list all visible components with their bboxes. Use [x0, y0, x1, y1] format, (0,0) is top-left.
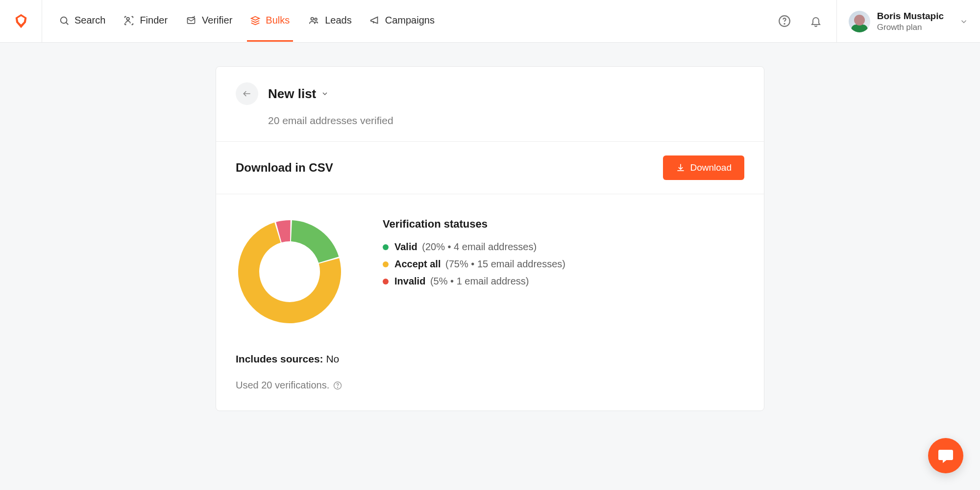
- card-body: Verification statuses Valid (20% • 4 ema…: [216, 194, 764, 411]
- download-button-label: Download: [690, 162, 732, 173]
- includes-value: No: [326, 353, 339, 364]
- svg-point-2: [127, 17, 130, 20]
- download-icon: [676, 163, 686, 173]
- chevron-down-icon: [959, 17, 968, 26]
- statuses-legend: Verification statuses Valid (20% • 4 ema…: [383, 218, 565, 293]
- page: New list 20 email addresses verified Dow…: [0, 43, 980, 411]
- svg-point-4: [311, 17, 314, 20]
- user-name: Boris Mustapic: [877, 11, 944, 22]
- nav-label: Finder: [140, 15, 168, 26]
- back-button[interactable]: [236, 82, 258, 105]
- chat-launcher[interactable]: [928, 438, 963, 473]
- status-detail: (5% • 1 email address): [430, 276, 529, 286]
- svg-point-5: [315, 18, 318, 20]
- status-detail: (20% • 4 email addresses): [422, 241, 537, 252]
- dot-icon: [383, 261, 389, 267]
- status-label: Valid: [394, 241, 417, 252]
- notifications-button[interactable]: [807, 12, 825, 30]
- dot-icon: [383, 244, 389, 250]
- bulk-card: New list 20 email addresses verified Dow…: [216, 66, 764, 411]
- download-section: Download in CSV Download: [216, 142, 764, 194]
- search-icon: [59, 15, 70, 26]
- nav-campaigns[interactable]: Campaigns: [361, 0, 443, 43]
- statuses-heading: Verification statuses: [383, 218, 565, 231]
- status-valid: Valid (20% • 4 email addresses): [383, 241, 565, 253]
- arrow-left-icon: [241, 89, 253, 99]
- finder-icon: [123, 15, 135, 26]
- help-icon: [778, 15, 791, 27]
- leads-icon: [307, 15, 320, 26]
- topbar: Search Finder Verifier Bulks Leads Campa…: [0, 0, 980, 43]
- status-donut-chart: [236, 218, 343, 326]
- list-title-text: New list: [268, 86, 316, 102]
- avatar: [849, 11, 870, 32]
- status-accept-all: Accept all (75% • 15 email addresses): [383, 258, 565, 270]
- download-title: Download in CSV: [236, 161, 333, 175]
- nav-finder[interactable]: Finder: [114, 0, 176, 43]
- chevron-down-icon: [321, 90, 329, 98]
- user-menu[interactable]: Boris Mustapic Growth plan: [836, 0, 980, 43]
- campaigns-icon: [369, 15, 380, 26]
- includes-label: Includes sources:: [236, 353, 323, 364]
- verifier-icon: [185, 16, 197, 26]
- help-button[interactable]: [776, 12, 793, 30]
- svg-point-0: [61, 17, 67, 23]
- nav-verifier[interactable]: Verifier: [176, 0, 241, 43]
- list-title-dropdown[interactable]: New list: [268, 86, 329, 102]
- dot-icon: [383, 279, 389, 284]
- svg-point-10: [338, 387, 338, 387]
- status-label: Accept all: [394, 258, 441, 269]
- svg-line-1: [66, 22, 69, 25]
- used-text: Used 20 verifications.: [236, 380, 329, 391]
- nav-label: Bulks: [266, 15, 290, 26]
- nav-label: Search: [74, 15, 105, 26]
- includes-sources: Includes sources: No: [236, 353, 744, 365]
- user-plan: Growth plan: [877, 23, 944, 32]
- status-detail: (75% • 15 email addresses): [445, 258, 565, 269]
- card-header: New list 20 email addresses verified: [216, 67, 764, 142]
- svg-point-7: [784, 24, 784, 24]
- bulks-icon: [250, 15, 261, 26]
- nav-label: Verifier: [202, 15, 232, 26]
- nav-right: [776, 0, 836, 42]
- used-verifications: Used 20 verifications.: [236, 380, 744, 391]
- download-button[interactable]: Download: [663, 155, 745, 180]
- list-subtitle: 20 email addresses verified: [268, 115, 744, 127]
- nav-label: Leads: [325, 15, 352, 26]
- nav-label: Campaigns: [385, 15, 435, 26]
- logo[interactable]: [0, 0, 42, 42]
- nav-leads[interactable]: Leads: [298, 0, 361, 43]
- status-label: Invalid: [394, 276, 425, 286]
- nav-bulks[interactable]: Bulks: [241, 0, 298, 43]
- help-icon[interactable]: [333, 381, 342, 390]
- wolf-logo-icon: [13, 13, 29, 29]
- chat-icon: [937, 447, 955, 464]
- status-invalid: Invalid (5% • 1 email address): [383, 276, 565, 287]
- nav-search[interactable]: Search: [50, 0, 114, 43]
- main-nav: Search Finder Verifier Bulks Leads Campa…: [42, 0, 776, 42]
- bell-icon: [810, 15, 822, 27]
